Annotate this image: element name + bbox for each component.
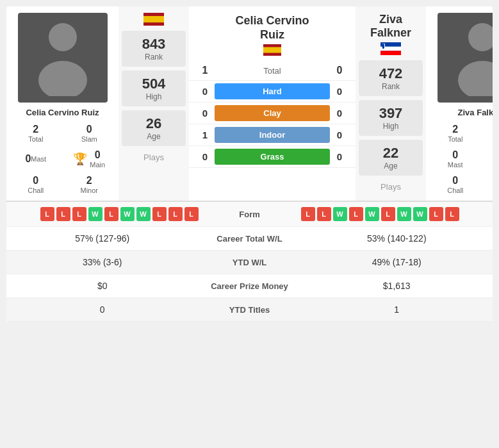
left-middle-panel: 843 Rank 504 High 26 Age Plays (119, 6, 189, 201)
svg-point-12 (458, 61, 493, 96)
indoor-score-right: 0 (330, 129, 349, 140)
total-score-left: 1 (195, 65, 215, 76)
left-main-cell: 🏆 0 Main (63, 147, 116, 171)
form-badge-w: W (120, 207, 135, 221)
right-main-cell: 🏆 0 Main (483, 147, 493, 171)
svg-marker-10 (382, 44, 384, 49)
left-flag-container (143, 13, 164, 28)
svg-point-1 (38, 61, 87, 96)
career-wl-label: Career Total W/L (186, 234, 314, 244)
svg-rect-8 (380, 51, 401, 55)
left-minor-label: Minor (65, 187, 115, 194)
form-badge-l: L (40, 207, 54, 221)
ytd-wl-label: YTD W/L (186, 258, 314, 267)
career-wl-left: 57% (127-96) (19, 233, 186, 244)
right-rank-label: Rank (362, 82, 420, 91)
form-badge-l: L (349, 207, 363, 221)
right-age-label: Age (362, 162, 420, 170)
right-chall-cell: 0 Chall (429, 172, 482, 197)
ytd-titles-label: YTD Titles (186, 305, 314, 315)
left-total-value: 2 (11, 124, 61, 135)
form-row: LLLWLWWLLL Form LLWLWLWWLL (6, 202, 493, 227)
right-form-badges: LLWLWLWWLL (295, 207, 487, 221)
right-flag (380, 42, 401, 55)
form-badge-l: L (104, 207, 119, 221)
form-badge-w: W (365, 207, 379, 221)
form-badge-l: L (301, 207, 315, 221)
form-badge-l: L (429, 207, 443, 221)
left-age-label: Age (125, 132, 183, 141)
right-minor-cell: 2 Minor (483, 172, 493, 197)
svg-point-0 (49, 23, 77, 51)
ytd-titles-left: 0 (19, 304, 186, 315)
left-flag (143, 13, 164, 26)
left-plays-label: Plays (143, 153, 164, 165)
right-slam-cell: 0 Slam (483, 121, 493, 145)
indoor-badge: Indoor (215, 127, 330, 143)
form-badge-l: L (184, 207, 199, 221)
right-rank-block: 472 Rank (359, 60, 423, 96)
career-wl-right: 53% (140-122) (314, 233, 480, 244)
right-total-cell: 2 Total (429, 121, 482, 145)
left-player-card: Celia Cervino Ruiz 2 Total 0 Slam 0 Mast (6, 6, 119, 201)
left-high-block: 504 High (122, 71, 186, 106)
center-match-panel: Celia CervinoRuiz 1 Total 0 0 Hard 0 (189, 6, 356, 201)
right-rank-value: 472 (362, 65, 420, 82)
grass-badge: Grass (215, 149, 330, 165)
left-mast-value: 0 (25, 153, 31, 165)
right-player-card: Ziva Falkner 2 Total 0 Slam 0 Mast 🏆 (426, 6, 493, 201)
left-player-avatar (18, 13, 108, 103)
left-chall-value: 0 (11, 175, 61, 187)
form-badge-l: L (381, 207, 395, 221)
right-middle-panel: Ziva Falkner 472 Rank 397 High (356, 6, 426, 201)
career-wl-row: 57% (127-96) Career Total W/L 53% (140-1… (6, 227, 493, 251)
left-minor-cell: 2 Minor (63, 172, 116, 197)
left-player-name: Celia Cervino Ruiz (26, 108, 99, 117)
svg-point-11 (468, 23, 493, 51)
right-player-name-header: Ziva Falkner (359, 13, 423, 40)
left-chall-label: Chall (11, 187, 61, 194)
prize-right: $1,613 (314, 281, 480, 291)
left-mast-label: Mast (31, 155, 46, 163)
right-total-value: 2 (430, 124, 480, 135)
right-age-value: 22 (362, 145, 420, 162)
right-player-avatar (438, 13, 493, 103)
svg-rect-3 (143, 16, 164, 22)
form-badge-w: W (397, 207, 411, 221)
left-flag-center (263, 44, 281, 56)
form-badge-w: W (413, 207, 427, 221)
total-label: Total (215, 66, 330, 76)
left-age-block: 26 Age (122, 110, 186, 146)
hard-row: 0 Hard 0 (189, 81, 356, 103)
right-slam-label: Slam (484, 135, 493, 143)
form-label: Form (205, 210, 295, 219)
clay-badge: Clay (215, 105, 330, 121)
clay-score-left: 0 (195, 108, 215, 119)
left-total-label: Total (11, 135, 61, 143)
indoor-row: 1 Indoor 0 (189, 124, 356, 146)
form-badge-w: W (88, 207, 102, 221)
form-badge-w: W (136, 207, 151, 221)
total-row: 1 Total 0 (189, 61, 356, 81)
right-player-stats: 2 Total 0 Slam 0 Mast 🏆 0 Main (429, 121, 493, 197)
right-mast-label: Mast (430, 161, 480, 169)
right-chall-value: 0 (430, 175, 480, 187)
left-form-badges: LLLWLWWLLL (13, 207, 205, 221)
grass-score-right: 0 (330, 151, 349, 162)
right-mast-value: 0 (430, 149, 480, 161)
indoor-score-left: 1 (195, 129, 215, 140)
grass-row: 0 Grass 0 (189, 146, 356, 168)
prize-left: $0 (19, 281, 186, 291)
bottom-section: LLLWLWWLLL Form LLWLWLWWLL 57% (127-96) … (6, 201, 493, 322)
left-rank-label: Rank (125, 53, 183, 62)
right-plays-label: Plays (380, 182, 401, 194)
clay-row: 0 Clay 0 (189, 103, 356, 124)
left-slam-label: Slam (65, 135, 115, 143)
hard-badge: Hard (215, 83, 330, 99)
ytd-titles-right: 1 (314, 304, 480, 315)
right-high-block: 397 High (359, 100, 423, 136)
right-high-label: High (362, 122, 420, 131)
ytd-wl-right: 49% (17-18) (314, 257, 480, 267)
left-high-label: High (125, 92, 183, 101)
left-player-name-header: Celia CervinoRuiz (235, 14, 309, 42)
